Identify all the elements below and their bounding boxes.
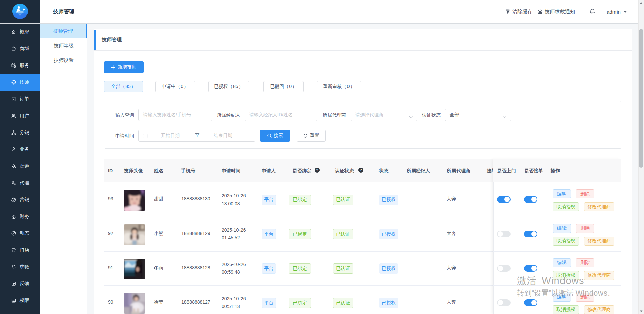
- svg-text:?: ?: [360, 168, 362, 172]
- svg-text:?: ?: [316, 168, 318, 172]
